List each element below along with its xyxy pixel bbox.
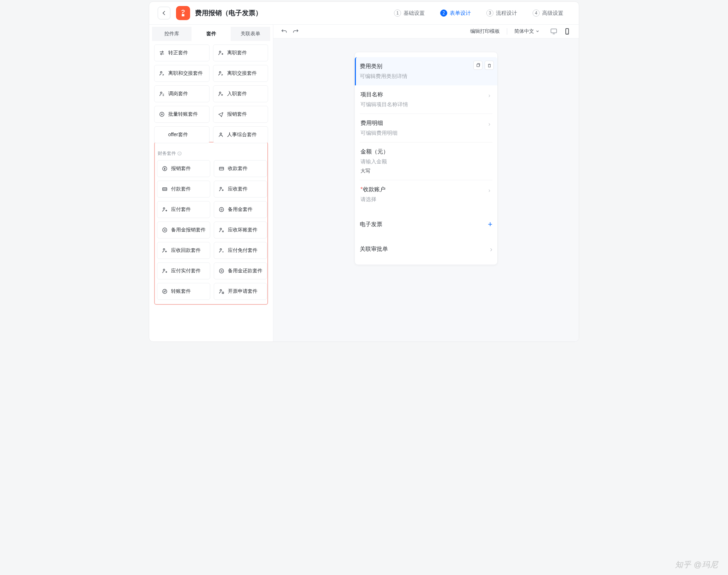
hr-kit-grid: 转正套件 离职套件 离职和交接套件 离职交接套件 调岗套件 入职套件 批量转账套…: [154, 44, 268, 143]
device-desktop[interactable]: [550, 28, 558, 35]
field-expense-category[interactable]: 费用类别 可编辑费用类别详情: [355, 57, 497, 85]
field-expense-detail[interactable]: 费用明细 可编辑费用明细 ›: [360, 114, 492, 143]
svg-point-3: [160, 92, 162, 93]
svg-point-13: [163, 208, 165, 209]
kit-offer[interactable]: offer套件: [154, 126, 210, 143]
mobile-icon: [564, 28, 571, 35]
kit-lizhi-jiaojie[interactable]: 离职和交接套件: [154, 65, 210, 82]
field-e-invoice[interactable]: 电子发票 +: [355, 213, 497, 235]
plane-icon: [218, 111, 224, 117]
svg-rect-26: [551, 29, 557, 33]
svg-point-15: [221, 209, 222, 210]
svg-point-16: [163, 228, 167, 232]
step-basic[interactable]: 1基础设置: [394, 10, 425, 17]
step-flow[interactable]: 3流程设计: [486, 10, 517, 17]
person-in-icon: [218, 91, 224, 97]
kit-fin-kaipiao[interactable]: 开票申请套件: [214, 283, 267, 300]
kit-fin-huankuan[interactable]: 备用金还款套件: [214, 262, 267, 279]
field-project-name[interactable]: 项目名称 可编辑项目名称详情 ›: [360, 85, 492, 114]
step-form-design[interactable]: 2表单设计: [440, 10, 471, 17]
finance-group-title: 财务套件?: [158, 150, 265, 157]
yen-icon: [162, 165, 168, 172]
tab-kits[interactable]: 套件: [192, 27, 231, 41]
kit-fin-shoukuan[interactable]: 收款套件: [214, 160, 267, 177]
kit-hr-综合[interactable]: 人事综合套件: [213, 126, 268, 143]
copy-field-button[interactable]: [473, 61, 483, 70]
svg-point-0: [219, 51, 220, 53]
kit-ruzhi[interactable]: 入职套件: [213, 85, 268, 102]
field-linked-approval[interactable]: 关联审批单 ›: [355, 239, 497, 261]
device-toggle: [550, 28, 571, 35]
kit-fin-fukuan[interactable]: 付款套件: [157, 181, 210, 198]
svg-point-6: [220, 133, 221, 134]
person-ap-icon: [162, 206, 168, 213]
field-amount[interactable]: 金额（元） 请输入金额 大写: [360, 143, 492, 180]
svg-point-21: [163, 269, 165, 271]
finance-kit-grid: 报销套件 收款套件 付款套件 应收套件 应付套件 备用金套件 备用金报销套件 应…: [157, 160, 265, 300]
undo-button[interactable]: [281, 28, 287, 35]
kit-lizhi-jiaojie2[interactable]: 离职交接套件: [213, 65, 268, 82]
svg-point-25: [220, 290, 222, 291]
svg-point-28: [567, 33, 568, 34]
card-icon: [218, 165, 225, 172]
tab-controls[interactable]: 控件库: [152, 27, 192, 41]
svg-point-24: [163, 289, 167, 293]
kit-fin-huaizhang[interactable]: 应收坏账套件: [214, 222, 267, 238]
kit-lizhi[interactable]: 离职套件: [213, 44, 268, 61]
svg-point-12: [220, 187, 222, 189]
phone-preview-wrap: 费用类别 可编辑费用类别详情 项目名称 可编辑项目名称详情 › 费用明细 可编辑…: [273, 38, 579, 341]
tab-linked-forms[interactable]: 关联表单: [231, 27, 270, 41]
kit-fin-yingshou[interactable]: 应收套件: [214, 181, 267, 198]
app-frame: 费用报销（电子发票） 1基础设置 2表单设计 3流程设计 4高级设置 控件库 套…: [149, 1, 579, 342]
kit-fin-shifu[interactable]: 应付实付套件: [157, 262, 210, 279]
person-free-icon: [218, 247, 225, 254]
svg-rect-29: [477, 64, 479, 66]
kit-fin-zhuanzhang[interactable]: 转账套件: [157, 283, 210, 300]
svg-point-14: [219, 207, 224, 212]
delete-field-button[interactable]: [485, 61, 494, 70]
kit-fin-huikuan[interactable]: 应收回款套件: [157, 242, 210, 259]
redo-icon: [292, 28, 299, 35]
redo-button[interactable]: [292, 28, 299, 35]
kit-fin-beiyongjin-bx[interactable]: 备用金报销套件: [157, 222, 210, 238]
kit-fin-beiyongjin[interactable]: 备用金套件: [214, 201, 267, 218]
svg-point-4: [219, 92, 220, 93]
person-pay-icon: [162, 268, 168, 274]
svg-point-17: [164, 229, 165, 231]
copy-icon: [476, 63, 480, 68]
device-mobile[interactable]: [563, 28, 571, 35]
wizard-steps: 1基础设置 2表单设计 3流程设计 4高级设置: [394, 10, 563, 17]
person-leave-icon: [218, 50, 224, 56]
field-receive-account[interactable]: *收款账户 请选择 ›: [360, 180, 492, 208]
kit-fin-mianfu[interactable]: 应付免付套件: [214, 242, 267, 259]
kit-fin-yingfu[interactable]: 应付套件: [157, 201, 210, 218]
chevron-down-icon: [536, 30, 539, 33]
kit-fin-baoxiao[interactable]: 报销套件: [157, 160, 210, 177]
svg-point-20: [220, 249, 222, 250]
form-card-1: 项目名称 可编辑项目名称详情 › 费用明细 可编辑费用明细 › 金额（元） 请输…: [360, 85, 492, 208]
kit-baoxiao-hr[interactable]: 报销套件: [213, 106, 268, 123]
swap-icon: [159, 50, 165, 56]
help-icon[interactable]: ?: [177, 151, 182, 156]
sidebar-tabs: 控件库 套件 关联表单: [149, 25, 273, 41]
kit-zhuanzheng[interactable]: 转正套件: [154, 44, 210, 61]
toolbar: 编辑打印模板 简体中文: [273, 25, 579, 38]
person-handover2-icon: [218, 70, 224, 77]
undo-icon: [281, 28, 287, 35]
kit-batch-transfer[interactable]: 批量转账套件: [154, 106, 210, 123]
blank-icon: [159, 132, 165, 138]
print-template-button[interactable]: 编辑打印模板: [470, 28, 500, 35]
person-handover-icon: [159, 70, 165, 77]
sidebar: 控件库 套件 关联表单 转正套件 离职套件 离职和交接套件 离职交接套件 调岗套…: [149, 25, 273, 341]
svg-point-1: [160, 72, 162, 73]
barcode-icon: [162, 186, 168, 192]
step-advanced[interactable]: 4高级设置: [533, 10, 563, 17]
back-button[interactable]: [158, 7, 170, 19]
chevron-right-icon: ›: [489, 187, 490, 194]
person-back-icon: [162, 247, 168, 254]
kit-diaogang[interactable]: 调岗套件: [154, 85, 210, 102]
plus-icon: +: [488, 220, 492, 229]
transfer-batch-icon: [159, 111, 165, 117]
language-select[interactable]: 简体中文: [514, 28, 539, 35]
person-inv-icon: [218, 288, 225, 295]
